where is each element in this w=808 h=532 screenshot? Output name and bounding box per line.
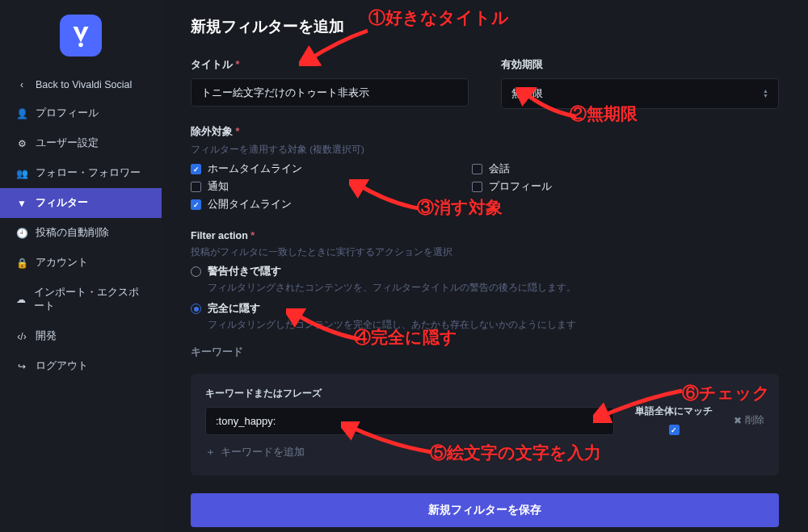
context-profile[interactable]: プロフィール [472,180,552,194]
context-label: 公開タイムライン [208,198,292,212]
context-public[interactable]: 公開タイムライン [191,198,302,212]
keyword-delete-button[interactable]: ✖ 削除 [734,413,764,435]
clock-icon: 🕘 [16,228,27,239]
page-title: 新規フィルターを追加 [191,16,779,37]
radio-label: 警告付きで隠す [208,265,281,279]
action-warn-desc: フィルタリングされたコンテンツを、フィルタータイトルの警告の後ろに隠します。 [208,282,779,294]
close-icon: ✖ [734,415,742,426]
checkbox-icon [191,199,201,210]
contexts-hint: フィルターを適用する対象 (複数選択可) [191,144,779,156]
sidebar-item-label: ログアウト [36,359,88,373]
checkbox-icon [191,182,201,192]
main-content: 新規フィルターを追加 タイトル 有効期限 無期限 ▲▼ 除外対象 フィルターを適… [162,0,808,532]
add-keyword-button[interactable]: ＋ キーワードを追加 [205,445,764,459]
cloud-icon: ☁ [16,294,26,305]
radio-label: 完全に隠す [208,302,260,316]
keyword-whole-label: 単語全体にマッチ [633,404,714,418]
keyword-input[interactable] [205,407,614,435]
code-icon: ‹/› [16,331,27,342]
sidebar-item-label: 投稿の自動削除 [36,226,109,240]
sidebar-item-label: アカウント [36,256,88,270]
action-hide-desc: フィルタリングしたコンテンツを完全に隠し、あたかも存在しないかのようにします [208,319,779,331]
context-label: ホームタイムライン [208,162,302,176]
sidebar-item-user-settings[interactable]: ⚙ ユーザー設定 [0,128,162,158]
checkbox-icon [191,164,201,174]
expire-label: 有効期限 [501,58,779,72]
keyword-phrase-label: キーワードまたはフレーズ [205,387,614,400]
sidebar-item-account[interactable]: 🔒 アカウント [0,248,162,278]
checkbox-icon [472,182,482,192]
action-warn[interactable]: 警告付きで隠す [191,265,779,279]
contexts-label: 除外対象 [191,125,779,139]
sidebar-item-label: 開発 [36,329,57,343]
filter-action-label: Filter action [191,230,779,241]
sidebar: ‹ Back to Vivaldi Social 👤 プロフィール ⚙ ユーザー… [0,0,162,532]
vivaldi-logo [60,15,102,57]
context-thread[interactable]: 会話 [472,162,552,176]
context-label: 会話 [489,162,510,176]
delete-label: 削除 [745,413,764,427]
sidebar-item-label: インポート・エクスポート [34,286,145,313]
keyword-box: キーワードまたはフレーズ 単語全体にマッチ ✖ 削除 ＋ キーワードを追加 [191,374,779,475]
back-link-label: Back to Vivaldi Social [36,79,132,90]
gear-icon: ⚙ [16,138,27,149]
logo-wrap [0,15,162,57]
title-input[interactable] [191,78,469,107]
keyword-whole-checkbox[interactable] [669,425,680,435]
user-icon: 👤 [16,108,27,119]
context-home[interactable]: ホームタイムライン [191,162,302,176]
context-label: プロフィール [489,180,552,194]
context-notifications[interactable]: 通知 [191,180,302,194]
keyword-section-label: キーワード [191,346,779,359]
context-label: 通知 [208,180,229,194]
add-keyword-label: キーワードを追加 [221,445,305,459]
save-filter-button[interactable]: 新規フィルターを保存 [191,493,779,527]
action-hide[interactable]: 完全に隠す [191,302,779,316]
sidebar-item-label: ユーザー設定 [36,136,99,150]
expire-value: 無期限 [511,86,543,101]
expire-select[interactable]: 無期限 ▲▼ [501,78,779,109]
sidebar-item-filters[interactable]: ▼ フィルター [0,188,162,218]
title-label: タイトル [191,58,469,72]
filter-action-hint: 投稿がフィルタに一致したときに実行するアクションを選択 [191,246,779,258]
svg-point-0 [78,43,82,47]
sidebar-item-logout[interactable]: ↪ ログアウト [0,351,162,381]
plus-icon: ＋ [205,445,216,459]
checkbox-icon [472,164,482,174]
sidebar-item-profile[interactable]: 👤 プロフィール [0,98,162,128]
sidebar-item-autodelete[interactable]: 🕘 投稿の自動削除 [0,218,162,248]
sidebar-item-follow[interactable]: 👥 フォロー・フォロワー [0,158,162,188]
logout-icon: ↪ [16,361,27,372]
sidebar-item-label: プロフィール [36,107,99,120]
select-caret-icon: ▲▼ [763,89,768,98]
sidebar-item-label: フォロー・フォロワー [36,166,141,180]
sidebar-item-import-export[interactable]: ☁ インポート・エクスポート [0,278,162,321]
lock-icon: 🔒 [16,258,27,269]
radio-icon [191,304,201,314]
sidebar-item-development[interactable]: ‹/› 開発 [0,321,162,351]
chevron-left-icon: ‹ [16,79,27,90]
filter-icon: ▼ [16,198,27,209]
sidebar-item-label: フィルター [36,196,88,210]
radio-icon [191,266,201,277]
back-link[interactable]: ‹ Back to Vivaldi Social [0,71,162,98]
users-icon: 👥 [16,168,27,179]
